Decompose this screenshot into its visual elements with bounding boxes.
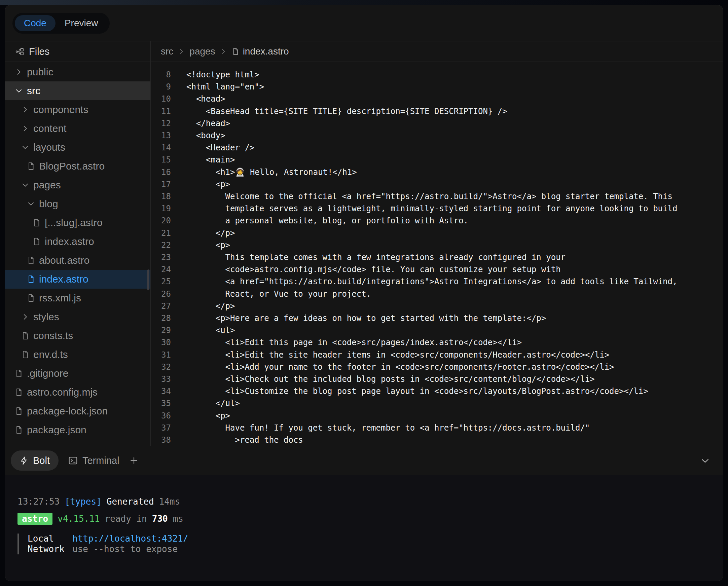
line-number: 28: [151, 312, 171, 324]
breadcrumb-segment-pages[interactable]: pages: [189, 46, 215, 57]
tree-file-package.json[interactable]: package.json: [5, 421, 150, 440]
tree-item-label: blog: [39, 198, 58, 210]
tree-item-label: components: [33, 104, 88, 115]
code-text[interactable]: <p>: [171, 239, 230, 251]
code-text[interactable]: >read the docs: [171, 434, 303, 446]
breadcrumb-current-file[interactable]: index.astro: [231, 46, 289, 57]
tree-folder-blog[interactable]: blog: [5, 194, 150, 213]
terminal-ready-line: astro v4.15.11 ready in 730 ms: [18, 513, 723, 525]
tree-file-consts.ts[interactable]: consts.ts: [5, 326, 150, 345]
terminal-output: 13:27:53 [types] Generated 14ms astro v4…: [5, 475, 723, 581]
tree-file-index.astro[interactable]: index.astro: [5, 270, 150, 289]
tree-file-about.astro[interactable]: about.astro: [5, 251, 150, 270]
code-text[interactable]: <BaseHead title={SITE_TITLE} description…: [171, 105, 507, 117]
network-label: Network: [28, 544, 72, 554]
tree-file-env.d.ts[interactable]: env.d.ts: [5, 345, 150, 364]
code-text[interactable]: <main>: [171, 154, 235, 166]
code-text[interactable]: <body>: [171, 130, 226, 142]
line-number: 8: [151, 69, 171, 81]
file-icon: [15, 388, 23, 397]
tree-folder-styles[interactable]: styles: [5, 308, 150, 326]
code-text[interactable]: <head>: [171, 93, 226, 105]
collapse-panel-button[interactable]: [700, 455, 710, 465]
code-text[interactable]: <Header />: [171, 142, 254, 154]
tree-folder-components[interactable]: components: [5, 100, 150, 119]
network-server-row: Network use --host to expose: [28, 544, 723, 554]
code-line: 36 <p>: [151, 410, 723, 422]
code-text[interactable]: </p>: [171, 227, 235, 239]
ready-duration: 730: [152, 514, 168, 524]
tree-folder-src[interactable]: src: [5, 81, 150, 100]
code-line: 21 </p>: [151, 227, 723, 239]
tree-file-rss.xml.js[interactable]: rss.xml.js: [5, 289, 150, 308]
code-text[interactable]: <li>Edit the site header items in <code>…: [171, 349, 609, 361]
tree-folder-pages[interactable]: pages: [5, 176, 150, 194]
chevron-right-icon: [21, 124, 30, 133]
code-text[interactable]: </head>: [171, 117, 230, 130]
code-text[interactable]: <!doctype html>: [171, 69, 259, 81]
chevron-down-icon: [21, 181, 30, 189]
code-line: 14 <Header />: [151, 142, 723, 154]
code-text[interactable]: </ul>: [171, 397, 240, 409]
code-line: 20 a personal website, blog, or portfoli…: [151, 215, 723, 227]
tab-bolt[interactable]: Bolt: [11, 450, 58, 471]
code-text[interactable]: Have fun! If you get stuck, remember to …: [171, 422, 590, 434]
code-line: 29 <ul>: [151, 324, 723, 337]
code-text[interactable]: <li>Check out the included blog posts in…: [171, 373, 595, 385]
tree-item-label: package-lock.json: [27, 405, 108, 417]
code-line: 35 </ul>: [151, 397, 723, 409]
code-text[interactable]: This template comes with a few integrati…: [171, 251, 566, 263]
breadcrumb-segment-src[interactable]: src: [161, 46, 173, 57]
line-number: 11: [151, 105, 171, 117]
code-text[interactable]: <a href="https://astro.build/integration…: [171, 275, 677, 288]
code-text[interactable]: <li>Add your name to the footer in <code…: [171, 361, 614, 373]
tree-file-index.astro[interactable]: index.astro: [5, 232, 150, 251]
code-text[interactable]: <ul>: [171, 324, 235, 337]
tree-item-label: [...slug].astro: [45, 217, 103, 229]
tree-item-label: index.astro: [45, 236, 94, 247]
add-terminal-button[interactable]: [129, 455, 139, 465]
main-row: Files public src components content layo…: [5, 42, 723, 446]
code-text[interactable]: <code>astro.config.mjs</code> file. You …: [171, 263, 561, 275]
tab-code[interactable]: Code: [15, 15, 55, 31]
tree-file-astro.config.mjs[interactable]: astro.config.mjs: [5, 383, 150, 402]
chevron-down-icon: [700, 455, 710, 465]
tree-item-label: env.d.ts: [33, 349, 68, 360]
code-text[interactable]: <h1>🧑‍🚀 Hello, Astronaut!</h1>: [171, 166, 357, 178]
file-icon: [15, 407, 23, 416]
tree-item-label: rss.xml.js: [39, 292, 81, 304]
tab-preview[interactable]: Preview: [55, 15, 107, 31]
tab-terminal[interactable]: Terminal: [68, 455, 120, 466]
line-number: 26: [151, 288, 171, 300]
code-text[interactable]: <p>Here are a few ideas on how to get st…: [171, 312, 546, 324]
tree-file-[...slug].astro[interactable]: [...slug].astro: [5, 213, 150, 232]
tree-file-.gitignore[interactable]: .gitignore: [5, 364, 150, 383]
tree-file-BlogPost.astro[interactable]: BlogPost.astro: [5, 157, 150, 176]
code-text[interactable]: <p>: [171, 178, 230, 190]
code-text[interactable]: template serves as a lightweight, minima…: [171, 203, 677, 215]
chevron-right-icon: [21, 105, 30, 114]
code-line: 9 <html lang="en">: [151, 81, 723, 93]
tree-folder-public[interactable]: public: [5, 62, 150, 81]
tree-file-package-lock.json[interactable]: package-lock.json: [5, 402, 150, 421]
sidebar-scrollbar-thumb[interactable]: [147, 269, 149, 290]
tree-item-label: styles: [33, 311, 59, 323]
files-header-label: Files: [29, 46, 49, 57]
line-number: 19: [151, 203, 171, 215]
code-editor[interactable]: 8 <!doctype html> 9 <html lang="en"> 10 …: [151, 62, 723, 446]
code-text[interactable]: a personal website, blog, or portfolio w…: [171, 215, 468, 227]
line-number: 22: [151, 239, 171, 251]
code-text[interactable]: <p>: [171, 410, 230, 422]
tree-folder-content[interactable]: content: [5, 119, 150, 138]
code-text[interactable]: <li>Customize the blog post page layout …: [171, 385, 648, 397]
breadcrumb-file-label: index.astro: [243, 46, 289, 57]
code-text[interactable]: Welcome to the official <a href="https:/…: [171, 190, 673, 203]
code-text[interactable]: </p>: [171, 300, 235, 312]
code-text[interactable]: <li>Edit this page in <code>src/pages/in…: [171, 337, 522, 348]
tree-item-label: BlogPost.astro: [39, 160, 105, 172]
code-text[interactable]: <html lang="en">: [171, 81, 264, 93]
local-url-link[interactable]: http://localhost:4321/: [72, 534, 188, 544]
code-line: 38 >read the docs: [151, 434, 723, 446]
tree-folder-layouts[interactable]: layouts: [5, 138, 150, 157]
code-text[interactable]: React, or Vue to your project.: [171, 288, 371, 300]
